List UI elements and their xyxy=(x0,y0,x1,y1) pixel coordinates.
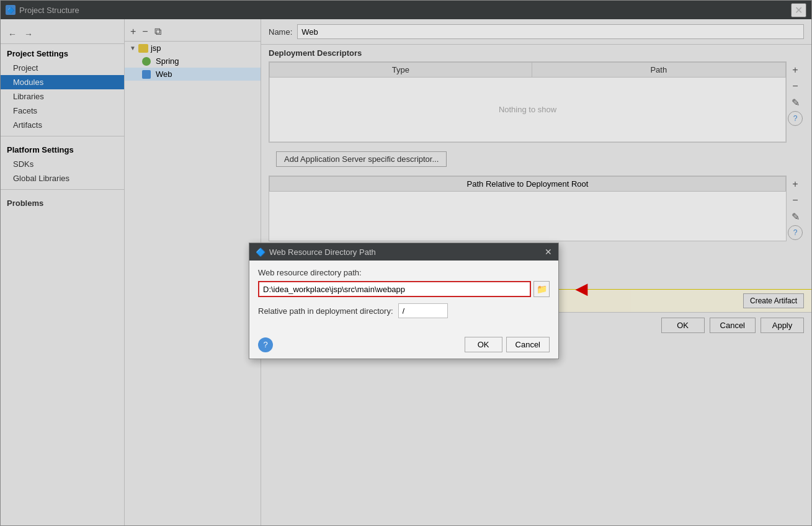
dialog-field-label: Web resource directory path: xyxy=(258,268,550,277)
dialog-cancel-button[interactable]: Cancel xyxy=(506,337,550,352)
dialog-help-button[interactable]: ? xyxy=(258,337,273,352)
dialog-path-input[interactable] xyxy=(258,281,531,297)
dialog-icon: 🔷 xyxy=(256,247,265,257)
web-resource-dialog: 🔷 Web Resource Directory Path ✕ Web reso… xyxy=(249,243,559,359)
dialog-title-bar: 🔷 Web Resource Directory Path ✕ xyxy=(249,243,558,261)
dialog-footer: ? OK Cancel xyxy=(249,333,558,359)
dialog-action-buttons: OK Cancel xyxy=(465,337,550,352)
dialog-title: Web Resource Directory Path xyxy=(269,247,376,257)
dialog-browse-button[interactable]: 📁 xyxy=(533,281,550,297)
dialog-ok-button[interactable]: OK xyxy=(465,337,502,352)
dialog-arrow-indicator: ◀ xyxy=(576,280,587,298)
dialog-relative-input[interactable] xyxy=(398,303,448,318)
dialog-close-button[interactable]: ✕ xyxy=(545,247,552,257)
dialog-overlay: 🔷 Web Resource Directory Path ✕ Web reso… xyxy=(1,1,811,525)
dialog-body: Web resource directory path: 📁 ◀ Relativ… xyxy=(249,261,558,333)
dialog-relative-row: Relative path in deployment directory: xyxy=(258,303,550,318)
dialog-relative-label: Relative path in deployment directory: xyxy=(258,306,393,316)
dialog-input-row: 📁 ◀ xyxy=(258,281,550,297)
